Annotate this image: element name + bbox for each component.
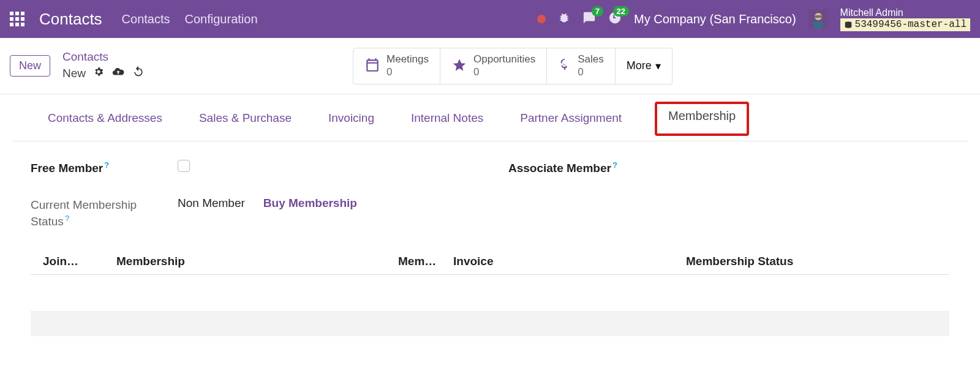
dollar-icon <box>558 57 571 75</box>
tab-internal-notes[interactable]: Internal Notes <box>407 109 487 132</box>
tab-invoicing[interactable]: Invoicing <box>325 109 378 132</box>
record-indicator-icon[interactable] <box>537 15 546 23</box>
database-icon <box>844 21 853 29</box>
col-mem[interactable]: Mem… <box>398 255 453 268</box>
chat-icon[interactable]: 7 <box>582 11 596 27</box>
svg-rect-3 <box>815 15 822 18</box>
field-membership-status: Current Membership Status? Non Member Bu… <box>31 197 949 230</box>
activity-badge: 22 <box>613 6 629 17</box>
new-button[interactable]: New <box>10 55 50 77</box>
associate-member-label: Associate Member? <box>508 160 643 177</box>
breadcrumb-root[interactable]: Contacts <box>62 50 145 65</box>
breadcrumb: Contacts New <box>62 50 145 82</box>
stat-value: 0 <box>386 66 429 78</box>
bug-icon[interactable] <box>558 12 570 26</box>
field-free-member: Free Member? <box>31 160 472 177</box>
stat-label: Opportunities <box>473 53 535 66</box>
gear-icon[interactable] <box>93 66 104 81</box>
more-button[interactable]: More ▾ <box>616 48 673 84</box>
stat-label: Sales <box>578 53 604 66</box>
app-title[interactable]: Contacts <box>39 10 102 29</box>
caret-down-icon: ▾ <box>655 59 661 73</box>
svg-rect-2 <box>813 21 823 29</box>
db-name: 53499456-master-all <box>855 19 967 31</box>
membership-status-value: Non Member <box>178 197 245 210</box>
nav-menu-configuration[interactable]: Configuration <box>185 12 258 26</box>
breadcrumb-current: New <box>62 66 86 81</box>
username: Mitchell Admin <box>840 7 970 18</box>
table-row-empty <box>31 275 949 312</box>
apps-icon[interactable] <box>10 12 24 26</box>
tab-sales-purchase[interactable]: Sales & Purchase <box>195 109 295 132</box>
buy-membership-button[interactable]: Buy Membership <box>263 197 357 210</box>
nav-menu-contacts[interactable]: Contacts <box>122 12 170 26</box>
free-member-checkbox[interactable] <box>178 160 190 172</box>
calendar-icon <box>364 57 380 75</box>
activity-clock-icon[interactable]: 22 <box>608 11 622 27</box>
stat-opportunities[interactable]: Opportunities 0 <box>440 48 547 84</box>
tab-partner-assignment[interactable]: Partner Assignment <box>516 109 625 132</box>
database-tag: 53499456-master-all <box>840 18 970 31</box>
undo-icon[interactable] <box>132 66 145 82</box>
company-selector[interactable]: My Company (San Francisco) <box>634 12 796 26</box>
col-membership-status[interactable]: Membership Status <box>686 255 937 268</box>
table-footer-shaded <box>31 312 949 336</box>
help-icon[interactable]: ? <box>65 214 69 223</box>
tab-contacts-addresses[interactable]: Contacts & Addresses <box>44 109 166 132</box>
content-scroll[interactable]: Contacts & Addresses Sales & Purchase In… <box>0 94 980 390</box>
membership-status-label: Current Membership Status? <box>31 197 165 230</box>
stat-value: 0 <box>578 66 604 78</box>
stat-value: 0 <box>473 66 535 78</box>
help-icon[interactable]: ? <box>104 160 109 170</box>
col-membership[interactable]: Membership <box>116 255 398 268</box>
star-icon <box>451 57 467 75</box>
stat-buttons: Meetings 0 Opportunities 0 Sales 0 More … <box>353 48 673 84</box>
cloud-upload-icon[interactable] <box>111 65 125 83</box>
user-block[interactable]: Mitchell Admin 53499456-master-all <box>840 7 970 31</box>
avatar[interactable] <box>809 9 828 29</box>
stat-label: Meetings <box>386 53 429 66</box>
table-header-row: Join… Membership Mem… Invoice Membership… <box>31 249 949 275</box>
membership-table: Join… Membership Mem… Invoice Membership… <box>31 249 949 336</box>
col-invoice[interactable]: Invoice <box>453 255 686 268</box>
membership-form: Free Member? Associate Member? Current M… <box>12 141 968 236</box>
col-join[interactable]: Join… <box>43 255 116 268</box>
field-associate-member: Associate Member? <box>508 160 949 177</box>
chat-badge: 7 <box>592 6 603 17</box>
tab-row: Contacts & Addresses Sales & Purchase In… <box>12 94 968 141</box>
action-bar: New Contacts New Meetings 0 Opportunitie… <box>0 38 980 94</box>
stat-meetings[interactable]: Meetings 0 <box>353 48 440 84</box>
more-label: More <box>627 59 652 72</box>
stat-sales[interactable]: Sales 0 <box>547 48 616 84</box>
top-navbar: Contacts Contacts Configuration 7 22 My … <box>0 0 980 38</box>
tab-membership[interactable]: Membership <box>655 102 749 136</box>
help-icon[interactable]: ? <box>612 160 617 170</box>
free-member-label: Free Member? <box>31 160 165 177</box>
